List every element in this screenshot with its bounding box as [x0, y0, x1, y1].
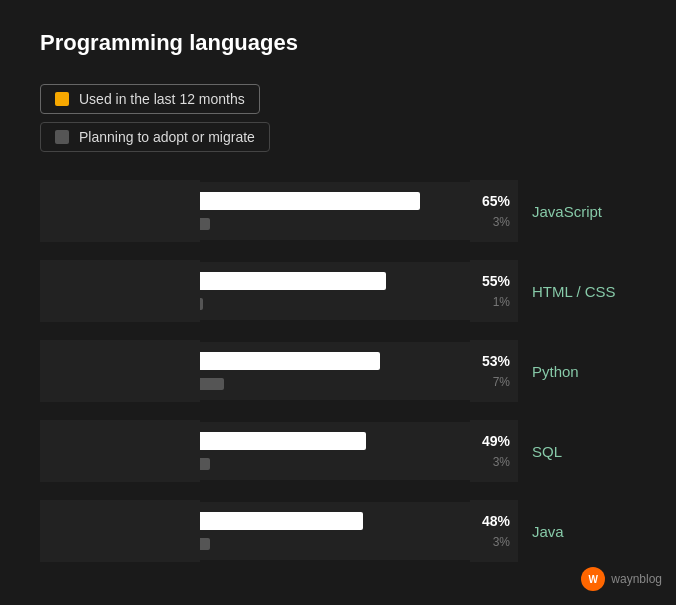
pct-used: 65%	[482, 193, 510, 209]
legend: Used in the last 12 months Planning to a…	[40, 84, 636, 152]
pct-planning: 7%	[493, 375, 510, 389]
bar-used-track	[200, 350, 470, 372]
bar-planning-fill	[200, 538, 210, 550]
bar-planning-fill	[200, 298, 203, 310]
legend-used-icon	[55, 92, 69, 106]
legend-planning-icon	[55, 130, 69, 144]
pct-used: 48%	[482, 513, 510, 529]
lang-name: Java	[532, 523, 564, 540]
lang-name: JavaScript	[532, 203, 602, 220]
bar-used-track	[200, 430, 470, 452]
bar-row: 65% 3% JavaScript	[40, 180, 636, 242]
legend-planning-label: Planning to adopt or migrate	[79, 129, 255, 145]
pct-planning: 1%	[493, 295, 510, 309]
watermark: W waynblog	[581, 567, 662, 591]
lang-name: HTML / CSS	[532, 283, 616, 300]
pct-planning: 3%	[493, 535, 510, 549]
pct-group: 53% 7%	[470, 340, 518, 402]
lang-name: SQL	[532, 443, 562, 460]
bar-row: 55% 1% HTML / CSS	[40, 260, 636, 322]
bar-used-fill	[200, 512, 363, 530]
pct-group: 65% 3%	[470, 180, 518, 242]
legend-used[interactable]: Used in the last 12 months	[40, 84, 260, 114]
bar-spacer	[40, 340, 200, 402]
bar-used-fill	[200, 192, 420, 210]
legend-used-label: Used in the last 12 months	[79, 91, 245, 107]
pct-used: 49%	[482, 433, 510, 449]
bar-track-group	[200, 502, 470, 560]
lang-name: Python	[532, 363, 579, 380]
bars-container: 65% 3% JavaScript 55% 1% HTML / CSS	[40, 180, 636, 580]
bar-planning-fill	[200, 218, 210, 230]
bar-used-fill	[200, 432, 366, 450]
bar-used-track	[200, 510, 470, 532]
bar-track-group	[200, 182, 470, 240]
legend-planning[interactable]: Planning to adopt or migrate	[40, 122, 270, 152]
pct-planning: 3%	[493, 215, 510, 229]
pct-planning: 3%	[493, 455, 510, 469]
bar-planning-track	[200, 296, 470, 312]
chart-title: Programming languages	[40, 30, 636, 56]
pct-used: 55%	[482, 273, 510, 289]
watermark-icon: W	[581, 567, 605, 591]
bar-planning-track	[200, 376, 470, 392]
bar-track-group	[200, 342, 470, 400]
bar-track-group	[200, 422, 470, 480]
bar-row: 49% 3% SQL	[40, 420, 636, 482]
bar-spacer	[40, 420, 200, 482]
bar-spacer	[40, 500, 200, 562]
pct-group: 48% 3%	[470, 500, 518, 562]
bar-used-fill	[200, 272, 386, 290]
bar-planning-fill	[200, 458, 210, 470]
watermark-label: waynblog	[611, 572, 662, 586]
bar-planning-track	[200, 456, 470, 472]
pct-group: 49% 3%	[470, 420, 518, 482]
bar-planning-track	[200, 216, 470, 232]
bar-spacer	[40, 180, 200, 242]
bar-track-group	[200, 262, 470, 320]
bar-row: 53% 7% Python	[40, 340, 636, 402]
bar-spacer	[40, 260, 200, 322]
bar-used-track	[200, 270, 470, 292]
bar-planning-fill	[200, 378, 224, 390]
bar-used-fill	[200, 352, 380, 370]
pct-used: 53%	[482, 353, 510, 369]
bar-row: 48% 3% Java	[40, 500, 636, 562]
bar-used-track	[200, 190, 470, 212]
pct-group: 55% 1%	[470, 260, 518, 322]
bar-planning-track	[200, 536, 470, 552]
